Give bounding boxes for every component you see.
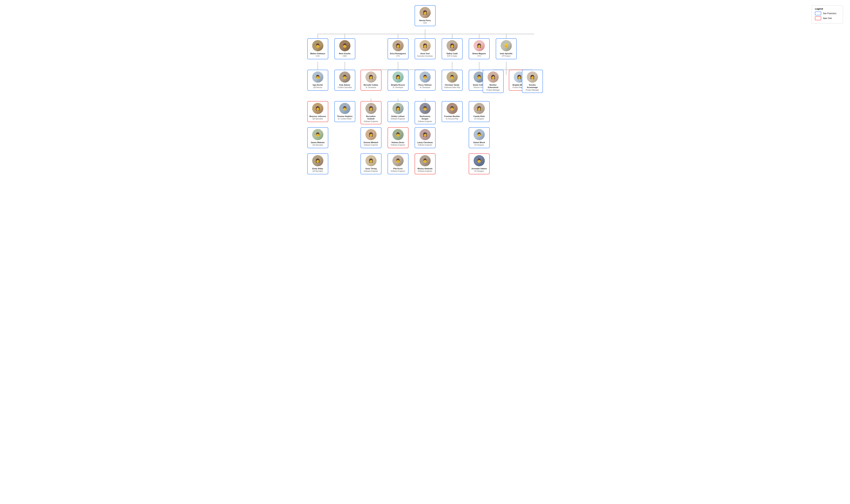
card-bartholemy[interactable]: 👨 Bartholemy Durgan Software Engineer	[415, 101, 436, 124]
card-beyonce[interactable]: 👩 Beyonce Johnson QA Specialist	[307, 101, 328, 122]
name-camila: Camila Hintz	[473, 115, 485, 118]
name-shana: Shana Maguire	[472, 52, 486, 55]
node-norma: 👩 Norma Perry CEO	[415, 5, 436, 26]
name-laney: Laney Christmas	[417, 141, 433, 144]
card-bent[interactable]: 👨 Bent Grasha CMO	[334, 38, 355, 59]
node-bernadine: 👩 Bernadine Godsell Software Engineer	[361, 101, 381, 124]
name-erica: Erica Romaguera	[390, 52, 406, 55]
card-holmes[interactable]: 👨 Holmes Dever Software Engineer	[387, 127, 409, 148]
node-bent: 👨 Bent Grasha CMO	[334, 38, 355, 59]
name-beyonce: Beyonce Johnson	[309, 115, 326, 118]
legend-title: Legend	[815, 7, 840, 10]
avatar-james: 👨	[312, 129, 323, 140]
avatar-dathyl: 👩	[447, 40, 458, 51]
node-birgitta: 👩 Birgitta Rosoni Sr. Developer	[387, 70, 409, 91]
title-percy: Sr. Developer	[420, 87, 430, 89]
avatar-percy: 👨	[419, 71, 431, 83]
name-phil: Phil Acres	[393, 167, 403, 170]
avatar-irwin: 👴	[501, 40, 512, 51]
name-berkley: Berkley Esherwood	[485, 84, 502, 89]
title-freeman: Sr. Account Rep	[446, 118, 458, 120]
card-anna[interactable]: 👩 Anna Yost Executive Secretary	[415, 38, 436, 59]
node-bartholemy: 👨 Bartholemy Durgan Software Engineer	[415, 101, 436, 124]
name-kyle: Kyle Adams	[339, 84, 350, 86]
avatar-jeremiah: 👨	[473, 155, 485, 166]
node-bernelle: 👩 Bernelle Cubley Sr. Developer	[361, 70, 381, 91]
avatar-gianni: 👨	[473, 129, 485, 140]
name-norma: Norma Perry	[419, 19, 431, 22]
card-kendra[interactable]: 👩 Kendra Scrammage Product Manager	[522, 70, 543, 93]
node-kyle: 👨 Kyle Adams Content Specialist	[334, 70, 355, 91]
card-dathyl[interactable]: 👩 Dathyl Judd SVP of Sales	[442, 38, 463, 59]
node-anna: 👩 Anna Yost Executive Secretary	[415, 38, 436, 59]
title-berkley: Product Manager	[486, 89, 500, 91]
card-jeremiah[interactable]: 👨 Jeremiah Oakton UX Designer	[469, 154, 490, 174]
card-mickey[interactable]: 👨 Mickey Neilands Software Engineer	[415, 154, 436, 174]
node-beyonce: 👩 Beyonce Johnson QA Specialist	[307, 101, 328, 122]
card-christian[interactable]: 👨 Christian Vandy Outbound Sales Rep	[442, 70, 463, 91]
card-phil[interactable]: 👨 Phil Acres Software Engineer	[387, 154, 409, 174]
name-gianni: Gianni Block	[473, 141, 485, 144]
card-debby[interactable]: 👩 Debby Lethem Software Engineer	[387, 101, 409, 122]
title-irwin: VP Product	[502, 55, 510, 57]
title-ugo: QA Director	[313, 87, 322, 89]
card-kyle[interactable]: 👨 Kyle Adams Content Specialist	[334, 70, 355, 91]
card-laney[interactable]: 👩 Laney Christmas Software Engineer	[415, 127, 436, 148]
name-ugo: Ugo Duckit	[313, 84, 323, 86]
card-james[interactable]: 👨 James Webster QA Specialist	[307, 127, 328, 148]
card-matteo[interactable]: 👨 Matteo Gobeaux COO	[307, 38, 328, 59]
avatar-kendra: 👩	[527, 71, 538, 83]
card-freeman[interactable]: 👨 Freeman Beuhler Sr. Account Rep	[442, 101, 463, 122]
title-kendra: Product Manager	[526, 89, 539, 91]
avatar-debby: 👩	[393, 103, 404, 114]
avatar-anna: 👩	[419, 40, 431, 51]
card-gianni[interactable]: 👨 Gianni Block UX Designer	[469, 127, 490, 148]
node-gianni: 👨 Gianni Block UX Designer	[469, 127, 490, 148]
avatar-thomas: 👨	[339, 103, 350, 114]
legend-label-ny: New York	[823, 17, 832, 19]
title-anna: Executive Secretary	[417, 55, 433, 57]
title-matteo: COO	[316, 55, 320, 57]
node-camila: 👩 Camila Hintz UX Designer	[469, 101, 490, 122]
title-camila: UX Designer	[474, 118, 484, 120]
title-bent: CMO	[343, 55, 347, 57]
title-shana: CFO	[477, 55, 481, 57]
card-bernadine[interactable]: 👩 Bernadine Godsell Software Engineer	[361, 101, 381, 124]
card-camila[interactable]: 👩 Camila Hintz UX Designer	[469, 101, 490, 122]
card-percy[interactable]: 👨 Percy Veltman Sr. Developer	[415, 70, 436, 91]
card-birgitta[interactable]: 👩 Birgitta Rosoni Sr. Developer	[387, 70, 409, 91]
legend: Legend San Francisco New York	[812, 5, 843, 23]
legend-item-ny: New York	[815, 16, 840, 20]
avatar-norma: 👩	[419, 7, 431, 18]
avatar-matteo: 👨	[312, 40, 323, 51]
node-percy: 👨 Percy Veltman Sr. Developer	[415, 70, 436, 91]
name-irwin: Irwin Spinello	[500, 52, 513, 55]
title-erica: CTO	[396, 55, 400, 57]
card-ugo[interactable]: 👨 Ugo Duckit QA Director	[307, 70, 328, 91]
chart-container: 👩 Norma Perry CEO 👨 Matteo Gobeaux COO 👨…	[305, 3, 545, 178]
name-debby: Debby Lethem	[392, 115, 405, 118]
card-erica[interactable]: 👩 Erica Romaguera CTO	[387, 38, 409, 59]
node-freeman: 👨 Freeman Beuhler Sr. Account Rep	[442, 101, 463, 122]
card-jonis[interactable]: 👩 Jonis Thring Software Engineer	[361, 154, 381, 174]
name-christian: Christian Vandy	[445, 84, 459, 86]
name-jeremiah: Jeremiah Oakton	[471, 167, 487, 170]
card-thomas[interactable]: 👨 Thomas Hopkins Sr. Content Writer	[334, 101, 355, 122]
avatar-berkley: 👩	[488, 71, 499, 83]
avatar-kyle: 👨	[339, 71, 350, 83]
node-laney: 👩 Laney Christmas Software Engineer	[415, 127, 436, 148]
avatar-birgitta: 👩	[393, 71, 404, 83]
title-birgitta: Sr. Developer	[393, 87, 403, 89]
node-emily: 👩 Emily Alday QA Specialist	[307, 154, 328, 174]
org-chart: Legend San Francisco New York	[3, 3, 847, 178]
title-bartholemy: Software Engineer	[418, 121, 432, 123]
node-christian: 👨 Christian Vandy Outbound Sales Rep	[442, 70, 463, 91]
card-norma[interactable]: 👩 Norma Perry CEO	[415, 5, 436, 26]
card-dorena[interactable]: 👩 Dorena Whebell Software Engineer	[361, 127, 381, 148]
card-emily[interactable]: 👩 Emily Alday QA Specialist	[307, 154, 328, 174]
name-birgitta: Birgitta Rosoni	[391, 84, 405, 86]
card-berkley[interactable]: 👩 Berkley Esherwood Product Manager	[483, 70, 504, 93]
card-irwin[interactable]: 👴 Irwin Spinello VP Product	[496, 38, 517, 59]
card-bernelle[interactable]: 👩 Bernelle Cubley Sr. Developer	[361, 70, 381, 91]
card-shana[interactable]: 👩 Shana Maguire CFO	[469, 38, 490, 59]
